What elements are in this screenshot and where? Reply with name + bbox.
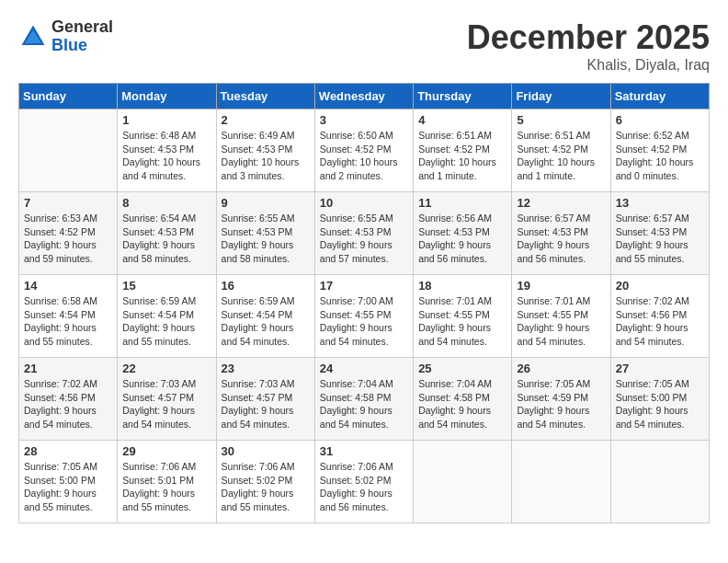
calendar-cell: 22Sunrise: 7:03 AM Sunset: 4:57 PM Dayli… [118,358,216,441]
day-info: Sunrise: 6:55 AM Sunset: 4:53 PM Dayligh… [320,212,408,266]
calendar-week-row: 7Sunrise: 6:53 AM Sunset: 4:52 PM Daylig… [19,192,710,275]
calendar-cell [512,441,610,523]
day-number: 13 [616,196,704,210]
calendar-cell: 28Sunrise: 7:05 AM Sunset: 5:00 PM Dayli… [19,441,118,523]
calendar-cell: 29Sunrise: 7:06 AM Sunset: 5:01 PM Dayli… [118,441,216,523]
day-info: Sunrise: 6:59 AM Sunset: 4:54 PM Dayligh… [222,294,310,349]
logo: General Blue [18,18,113,55]
day-info: Sunrise: 7:05 AM Sunset: 4:59 PM Dayligh… [517,377,605,431]
calendar-cell: 10Sunrise: 6:55 AM Sunset: 4:53 PM Dayli… [314,192,413,275]
day-info: Sunrise: 7:03 AM Sunset: 4:57 PM Dayligh… [222,377,310,431]
weekday-header: Tuesday [216,84,314,109]
calendar-cell: 13Sunrise: 6:57 AM Sunset: 4:53 PM Dayli… [610,192,709,275]
calendar-cell [414,441,512,523]
day-info: Sunrise: 6:59 AM Sunset: 4:54 PM Dayligh… [122,294,210,349]
day-number: 18 [418,279,506,293]
calendar-week-row: 14Sunrise: 6:58 AM Sunset: 4:54 PM Dayli… [19,275,710,358]
calendar-cell: 17Sunrise: 7:00 AM Sunset: 4:55 PM Dayli… [314,275,413,358]
day-number: 23 [222,362,310,375]
page-header: General Blue December 2025 Khalis, Diyal… [18,18,710,74]
day-number: 16 [222,279,310,293]
calendar-cell: 15Sunrise: 6:59 AM Sunset: 4:54 PM Dayli… [118,275,216,358]
day-number: 20 [616,279,704,293]
day-info: Sunrise: 6:57 AM Sunset: 4:53 PM Dayligh… [517,212,605,266]
logo-line1: General [51,18,113,37]
day-info: Sunrise: 7:02 AM Sunset: 4:56 PM Dayligh… [616,294,704,349]
day-info: Sunrise: 6:56 AM Sunset: 4:53 PM Dayligh… [418,212,506,266]
day-number: 29 [122,444,210,458]
calendar-cell: 25Sunrise: 7:04 AM Sunset: 4:58 PM Dayli… [414,358,512,441]
day-number: 7 [24,196,112,210]
calendar-cell: 30Sunrise: 7:06 AM Sunset: 5:02 PM Dayli… [216,441,314,523]
day-info: Sunrise: 7:05 AM Sunset: 5:00 PM Dayligh… [616,377,704,431]
day-number: 22 [122,362,210,375]
logo-line2: Blue [51,37,113,55]
day-number: 25 [418,362,506,375]
day-info: Sunrise: 7:03 AM Sunset: 4:57 PM Dayligh… [122,377,210,431]
day-info: Sunrise: 7:06 AM Sunset: 5:02 PM Dayligh… [222,460,310,514]
calendar-week-row: 1Sunrise: 6:48 AM Sunset: 4:53 PM Daylig… [19,109,710,192]
day-number: 14 [24,279,112,293]
calendar-cell: 23Sunrise: 7:03 AM Sunset: 4:57 PM Dayli… [216,358,314,441]
day-info: Sunrise: 6:50 AM Sunset: 4:52 PM Dayligh… [320,129,408,183]
calendar-cell: 7Sunrise: 6:53 AM Sunset: 4:52 PM Daylig… [19,192,118,275]
day-number: 5 [517,113,605,127]
day-number: 8 [122,196,210,210]
weekday-header: Sunday [19,84,118,109]
calendar-cell: 4Sunrise: 6:51 AM Sunset: 4:52 PM Daylig… [414,109,512,192]
day-info: Sunrise: 6:51 AM Sunset: 4:52 PM Dayligh… [418,129,506,183]
calendar-cell: 14Sunrise: 6:58 AM Sunset: 4:54 PM Dayli… [19,275,118,358]
weekday-header: Thursday [414,84,512,109]
day-number: 31 [320,444,408,458]
day-number: 28 [24,444,112,458]
day-info: Sunrise: 7:04 AM Sunset: 4:58 PM Dayligh… [418,377,506,431]
day-info: Sunrise: 6:55 AM Sunset: 4:53 PM Dayligh… [222,212,310,266]
day-number: 17 [320,279,408,293]
day-number: 24 [320,362,408,375]
day-info: Sunrise: 7:04 AM Sunset: 4:58 PM Dayligh… [320,377,408,431]
calendar-cell: 3Sunrise: 6:50 AM Sunset: 4:52 PM Daylig… [314,109,413,192]
day-info: Sunrise: 7:00 AM Sunset: 4:55 PM Dayligh… [320,294,408,349]
day-number: 9 [222,196,310,210]
day-info: Sunrise: 6:53 AM Sunset: 4:52 PM Dayligh… [24,212,112,266]
day-info: Sunrise: 6:52 AM Sunset: 4:52 PM Dayligh… [616,129,704,183]
day-info: Sunrise: 6:48 AM Sunset: 4:53 PM Dayligh… [122,129,210,183]
calendar-cell: 16Sunrise: 6:59 AM Sunset: 4:54 PM Dayli… [216,275,314,358]
day-number: 26 [517,362,605,375]
calendar-cell: 12Sunrise: 6:57 AM Sunset: 4:53 PM Dayli… [512,192,610,275]
day-number: 15 [122,279,210,293]
calendar-cell: 24Sunrise: 7:04 AM Sunset: 4:58 PM Dayli… [314,358,413,441]
calendar-cell: 27Sunrise: 7:05 AM Sunset: 5:00 PM Dayli… [610,358,709,441]
calendar-cell: 1Sunrise: 6:48 AM Sunset: 4:53 PM Daylig… [118,109,216,192]
calendar-cell: 11Sunrise: 6:56 AM Sunset: 4:53 PM Dayli… [414,192,512,275]
location-subtitle: Khalis, Diyala, Iraq [467,57,710,74]
calendar-cell: 26Sunrise: 7:05 AM Sunset: 4:59 PM Dayli… [512,358,610,441]
day-info: Sunrise: 6:57 AM Sunset: 4:53 PM Dayligh… [616,212,704,266]
calendar-cell: 6Sunrise: 6:52 AM Sunset: 4:52 PM Daylig… [610,109,709,192]
day-info: Sunrise: 6:51 AM Sunset: 4:52 PM Dayligh… [517,129,605,183]
day-number: 21 [24,362,112,375]
logo-icon [18,22,48,52]
calendar-cell: 21Sunrise: 7:02 AM Sunset: 4:56 PM Dayli… [19,358,118,441]
day-info: Sunrise: 7:06 AM Sunset: 5:02 PM Dayligh… [320,460,408,514]
day-number: 3 [320,113,408,127]
weekday-header-row: SundayMondayTuesdayWednesdayThursdayFrid… [19,84,710,109]
day-info: Sunrise: 7:02 AM Sunset: 4:56 PM Dayligh… [24,377,112,431]
day-number: 6 [616,113,704,127]
calendar-cell: 19Sunrise: 7:01 AM Sunset: 4:55 PM Dayli… [512,275,610,358]
day-info: Sunrise: 6:58 AM Sunset: 4:54 PM Dayligh… [24,294,112,349]
month-title: December 2025 [467,18,710,57]
calendar-week-row: 21Sunrise: 7:02 AM Sunset: 4:56 PM Dayli… [19,358,710,441]
calendar-cell: 8Sunrise: 6:54 AM Sunset: 4:53 PM Daylig… [118,192,216,275]
calendar-week-row: 28Sunrise: 7:05 AM Sunset: 5:00 PM Dayli… [19,441,710,523]
calendar-cell: 20Sunrise: 7:02 AM Sunset: 4:56 PM Dayli… [610,275,709,358]
weekday-header: Friday [512,84,610,109]
day-number: 11 [418,196,506,210]
day-info: Sunrise: 7:01 AM Sunset: 4:55 PM Dayligh… [517,294,605,349]
weekday-header: Wednesday [314,84,413,109]
calendar-cell [19,109,118,192]
day-number: 1 [122,113,210,127]
day-info: Sunrise: 7:06 AM Sunset: 5:01 PM Dayligh… [122,460,210,514]
calendar-table: SundayMondayTuesdayWednesdayThursdayFrid… [18,83,710,523]
calendar-cell: 9Sunrise: 6:55 AM Sunset: 4:53 PM Daylig… [216,192,314,275]
